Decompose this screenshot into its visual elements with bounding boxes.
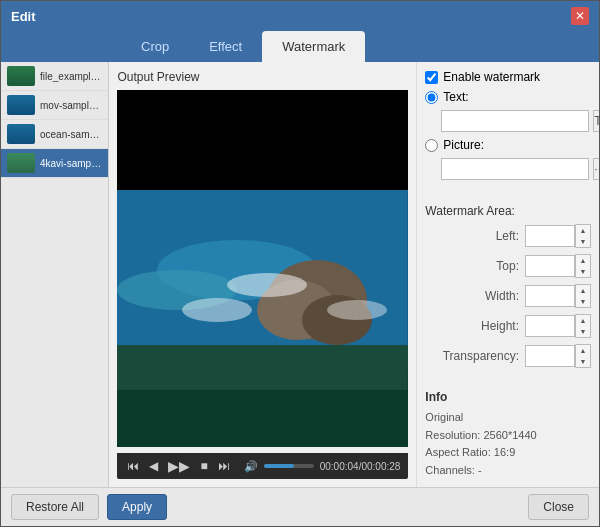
file-item-4[interactable]: 4kavi-sample... — [1, 149, 108, 178]
enable-watermark-label: Enable watermark — [443, 70, 540, 84]
height-row: Height: 0 ▲ ▼ — [425, 314, 591, 338]
info-title: Info — [425, 388, 591, 407]
dots-icon: ··· — [594, 162, 599, 176]
prev-button[interactable]: ◀ — [147, 459, 160, 473]
close-button[interactable]: Close — [528, 494, 589, 520]
step-back-button[interactable]: ⏮ — [125, 459, 141, 473]
file-name-2: mov-sample... — [40, 100, 102, 111]
left-spin-group: 0 ▲ ▼ — [525, 224, 591, 248]
bottom-bar: Restore All Apply Close — [1, 487, 599, 526]
transparency-input[interactable]: 50 — [525, 345, 575, 367]
center-panel: Output Preview — [109, 62, 416, 487]
browse-picture-button[interactable]: ··· — [593, 158, 599, 180]
transparency-spin-group: 50 ▲ ▼ — [525, 344, 591, 368]
transparency-up-arrow[interactable]: ▲ — [576, 345, 590, 356]
video-scene-svg — [117, 90, 408, 447]
restore-all-button[interactable]: Restore All — [11, 494, 99, 520]
bottom-left-buttons: Restore All Apply — [11, 494, 167, 520]
width-row: Width: 0 ▲ ▼ — [425, 284, 591, 308]
top-input[interactable]: 0 — [525, 255, 575, 277]
transparency-down-arrow[interactable]: ▼ — [576, 356, 590, 367]
dialog-title: Edit — [11, 9, 36, 24]
width-down-arrow[interactable]: ▼ — [576, 296, 590, 307]
tab-watermark[interactable]: Watermark — [262, 31, 365, 62]
picture-input-row: ··· — [441, 158, 591, 180]
height-input[interactable]: 0 — [525, 315, 575, 337]
left-up-arrow[interactable]: ▲ — [576, 225, 590, 236]
picture-radio[interactable] — [425, 139, 438, 152]
right-panel: Enable watermark Text: T ⧉ Picture: — [416, 62, 599, 487]
volume-fill — [264, 464, 294, 468]
text-icon: T — [594, 114, 599, 128]
file-thumb-3 — [7, 124, 35, 144]
close-dialog-button[interactable]: ✕ — [571, 7, 589, 25]
picture-radio-label: Picture: — [443, 138, 484, 152]
file-item-1[interactable]: file_example_... — [1, 62, 108, 91]
text-radio[interactable] — [425, 91, 438, 104]
video-bg — [117, 90, 408, 447]
width-up-arrow[interactable]: ▲ — [576, 285, 590, 296]
file-name-3: ocean-sample... — [40, 129, 102, 140]
tab-crop[interactable]: Crop — [121, 31, 189, 62]
top-spin-arrows: ▲ ▼ — [575, 254, 591, 278]
main-content: file_example_... mov-sample... ocean-sam… — [1, 62, 599, 487]
svg-point-9 — [182, 298, 252, 322]
original-aspect: Aspect Ratio: 16:9 — [425, 444, 591, 462]
original-resolution: Resolution: 2560*1440 — [425, 427, 591, 445]
top-down-arrow[interactable]: ▼ — [576, 266, 590, 277]
preview-label: Output Preview — [117, 70, 408, 84]
tab-effect[interactable]: Effect — [189, 31, 262, 62]
time-display: 00:00:04/00:00:28 — [320, 461, 401, 472]
controls-bar: ⏮ ◀ ▶▶ ■ ⏭ 🔊 00:00:04/00:00:28 — [117, 453, 408, 479]
text-radio-row: Text: — [425, 90, 591, 104]
enable-watermark-checkbox[interactable] — [425, 71, 438, 84]
original-channels: Channels: - — [425, 462, 591, 480]
file-name-1: file_example_... — [40, 71, 102, 82]
height-down-arrow[interactable]: ▼ — [576, 326, 590, 337]
height-up-arrow[interactable]: ▲ — [576, 315, 590, 326]
original-label: Original — [425, 409, 591, 427]
width-spin-arrows: ▲ ▼ — [575, 284, 591, 308]
volume-bar[interactable] — [264, 464, 314, 468]
width-label: Width: — [439, 289, 519, 303]
top-up-arrow[interactable]: ▲ — [576, 255, 590, 266]
left-spin-arrows: ▲ ▼ — [575, 224, 591, 248]
fast-forward-button[interactable]: ▶▶ — [166, 458, 192, 474]
height-spin-group: 0 ▲ ▼ — [525, 314, 591, 338]
height-spin-arrows: ▲ ▼ — [575, 314, 591, 338]
text-input[interactable] — [441, 110, 589, 132]
width-input[interactable]: 0 — [525, 285, 575, 307]
dialog: Edit ✕ Crop Effect Watermark file_exampl… — [0, 0, 600, 527]
bottom-right-buttons: Close — [528, 494, 589, 520]
svg-rect-11 — [117, 390, 408, 447]
stop-button[interactable]: ■ — [198, 459, 209, 473]
width-spin-group: 0 ▲ ▼ — [525, 284, 591, 308]
transparency-spin-arrows: ▲ ▼ — [575, 344, 591, 368]
file-list: file_example_... mov-sample... ocean-sam… — [1, 62, 109, 487]
top-label: Top: — [439, 259, 519, 273]
volume-icon: 🔊 — [244, 460, 258, 473]
transparency-row: Transparency: 50 ▲ ▼ — [425, 344, 591, 368]
height-label: Height: — [439, 319, 519, 333]
left-input[interactable]: 0 — [525, 225, 575, 247]
next-button[interactable]: ⏭ — [216, 459, 232, 473]
file-thumb-1 — [7, 66, 35, 86]
file-item-2[interactable]: mov-sample... — [1, 91, 108, 120]
apply-button[interactable]: Apply — [107, 494, 167, 520]
picture-radio-row: Picture: — [425, 138, 591, 152]
transparency-label: Transparency: — [439, 349, 519, 363]
text-input-row: T ⧉ — [441, 110, 591, 132]
text-format-button[interactable]: T — [593, 110, 599, 132]
file-thumb-2 — [7, 95, 35, 115]
tab-bar: Crop Effect Watermark — [1, 31, 599, 62]
file-item-3[interactable]: ocean-sample... — [1, 120, 108, 149]
top-spin-group: 0 ▲ ▼ — [525, 254, 591, 278]
left-down-arrow[interactable]: ▼ — [576, 236, 590, 247]
svg-point-7 — [227, 273, 307, 297]
info-section: Info Original Resolution: 2560*1440 Aspe… — [425, 388, 591, 487]
picture-input[interactable] — [441, 158, 589, 180]
file-thumb-4 — [7, 153, 35, 173]
svg-point-8 — [327, 300, 387, 320]
text-radio-label: Text: — [443, 90, 468, 104]
top-row: Top: 0 ▲ ▼ — [425, 254, 591, 278]
